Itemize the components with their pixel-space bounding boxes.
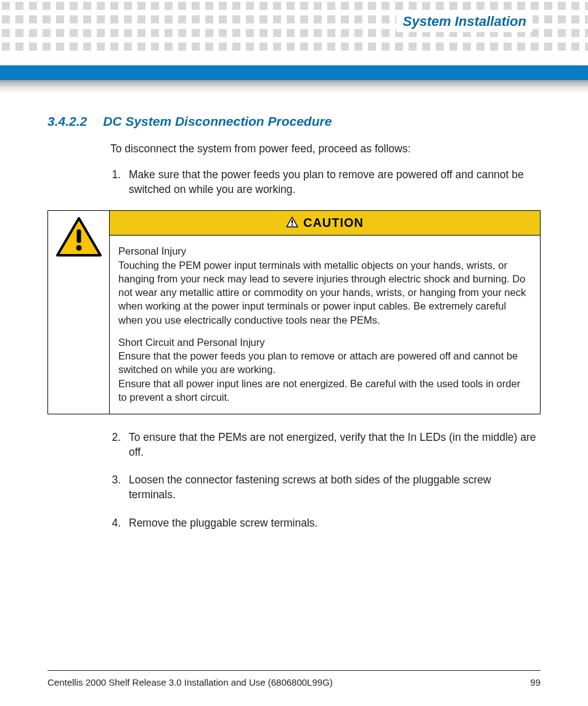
step-3: Loosen the connector fastening screws at…: [124, 473, 541, 502]
running-header-title: System Installation: [396, 11, 533, 32]
step-2: To ensure that the PEMs are not energize…: [124, 430, 541, 459]
step-1: Make sure that the power feeds you plan …: [124, 168, 541, 197]
caution-box: CAUTION Personal Injury Touching the PEM…: [47, 210, 541, 414]
caution-p1-title: Personal Injury: [118, 245, 186, 257]
header-gradient-bar: [0, 80, 588, 94]
header-blue-bar: [0, 65, 588, 80]
footer-doc-title: Centellis 2000 Shelf Release 3.0 Install…: [47, 677, 333, 688]
warning-small-icon: [286, 216, 298, 230]
section-number: 3.4.2.2: [47, 114, 87, 129]
step-4: Remove the pluggable screw terminals.: [124, 516, 541, 531]
footer-page-number: 99: [530, 677, 541, 688]
caution-label: CAUTION: [303, 216, 364, 230]
section-title: DC System Disconnection Procedure: [103, 114, 332, 129]
caution-p2-title: Short Circuit and Personal Injury: [118, 337, 265, 348]
caution-p1-body: Touching the PEM power input terminals w…: [118, 260, 526, 326]
caution-p2-body-b: Ensure that all power input lines are no…: [118, 378, 520, 403]
warning-triangle-icon: [55, 216, 103, 261]
svg-rect-3: [76, 229, 81, 243]
svg-rect-6: [292, 220, 293, 223]
caution-p2-body-a: Ensure that the power feeds you plan to …: [118, 350, 518, 375]
svg-point-4: [76, 245, 81, 251]
caution-body: Personal Injury Touching the PEM power i…: [110, 236, 540, 414]
caution-header-bar: CAUTION: [110, 211, 540, 236]
svg-point-7: [292, 224, 293, 226]
section-intro: To disconnect the system from power feed…: [110, 142, 541, 155]
